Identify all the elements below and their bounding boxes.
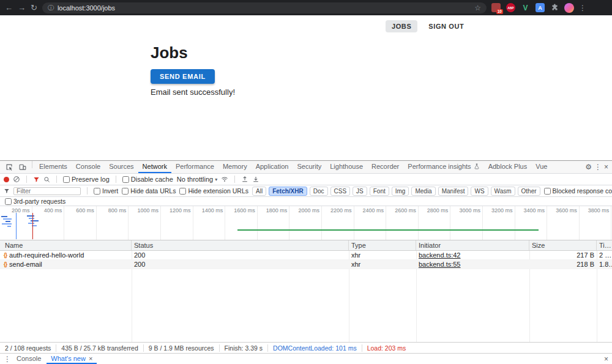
filter-pill-doc[interactable]: Doc	[310, 187, 328, 196]
drawer-tab-console[interactable]: Console	[12, 354, 45, 364]
preserve-log-checkbox[interactable]: Preserve log	[63, 176, 110, 183]
column-header-size[interactable]: Size	[529, 240, 597, 250]
requests-count: 2 / 108 requests	[0, 344, 56, 352]
request-row[interactable]: {} send-email 200 xhr backend.ts:55 218 …	[0, 260, 612, 269]
drawer-menu-icon[interactable]: ⋮	[4, 355, 11, 363]
filter-pill-css[interactable]: CSS	[330, 187, 351, 196]
invert-input[interactable]	[94, 188, 100, 195]
tab-vue[interactable]: Vue	[531, 161, 551, 173]
blocked-response-cookies-checkbox[interactable]: Blocked response cookies	[544, 187, 612, 195]
throttling-select[interactable]: No throttling ▾	[177, 176, 217, 183]
app-topnav: JOBS SIGN OUT	[386, 20, 464, 32]
hide-extension-urls-input[interactable]	[179, 188, 186, 195]
filter-icon-small	[4, 188, 10, 194]
hide-data-urls-checkbox[interactable]: Hide data URLs	[122, 187, 176, 195]
profile-avatar[interactable]	[564, 3, 574, 13]
dom-content-loaded-marker	[16, 213, 17, 239]
filter-pill-font[interactable]: Font	[370, 187, 389, 196]
network-filter-bar: Invert Hide data URLs Hide extension URL…	[0, 185, 612, 197]
disable-cache-checkbox[interactable]: Disable cache	[122, 176, 173, 183]
address-bar[interactable]: ⓘ localhost:3000/jobs ☆	[42, 2, 487, 13]
filter-pill-wasm[interactable]: Wasm	[491, 187, 515, 196]
column-header-initiator[interactable]: Initiator	[416, 240, 529, 250]
third-party-checkbox[interactable]: 3rd-party requests	[5, 198, 65, 205]
xhr-request-icon: {}	[4, 252, 7, 258]
reload-icon[interactable]: ↻	[31, 4, 37, 12]
sign-out-button[interactable]: SIGN OUT	[428, 23, 464, 30]
export-har-icon[interactable]	[252, 176, 259, 183]
column-header-time[interactable]: Ti…	[597, 240, 612, 250]
drawer-tab-whats-new[interactable]: What's new ×	[47, 354, 97, 364]
chevron-down-icon: ▾	[215, 177, 217, 182]
close-whats-new-icon[interactable]: ×	[89, 355, 92, 362]
abp-extension-icon[interactable]: ABP	[506, 3, 515, 12]
experiment-flask-icon	[474, 163, 480, 169]
drawer-close-icon[interactable]: ×	[604, 355, 608, 363]
long-request-bar	[237, 229, 539, 231]
disable-cache-input[interactable]	[122, 176, 129, 183]
network-conditions-icon[interactable]	[221, 176, 228, 183]
initiator-link[interactable]: backend.ts:55	[416, 261, 529, 268]
invert-checkbox[interactable]: Invert	[94, 187, 118, 195]
clear-network-log-icon[interactable]	[13, 176, 20, 183]
tab-performance-insights[interactable]: Performance insights	[403, 161, 483, 173]
browser-menu-icon[interactable]: ⋮	[579, 4, 586, 12]
tab-recorder[interactable]: Recorder	[367, 161, 403, 173]
preserve-log-input[interactable]	[63, 176, 70, 183]
filter-pill-img[interactable]: Img	[392, 187, 409, 196]
devtools-drawer: ⋮ Console What's new × ×	[0, 353, 612, 364]
translate-extension-icon[interactable]: A	[536, 3, 545, 12]
network-table-header: Name Status Type Initiator Size Ti…	[0, 240, 612, 251]
filter-funnel-icon[interactable]	[33, 176, 40, 183]
column-header-status[interactable]: Status	[132, 240, 349, 250]
filter-pill-other[interactable]: Other	[518, 187, 540, 196]
tab-console[interactable]: Console	[72, 161, 105, 173]
filter-pill-all[interactable]: All	[252, 187, 266, 196]
filter-pill-manifest[interactable]: Manifest	[438, 187, 469, 196]
bookmark-star-icon[interactable]: ☆	[474, 4, 481, 12]
url-text[interactable]: localhost:3000/jobs	[58, 4, 471, 12]
tab-lighthouse[interactable]: Lighthouse	[326, 161, 367, 173]
blocked-response-cookies-input[interactable]	[544, 188, 551, 195]
tab-application[interactable]: Application	[252, 161, 293, 173]
search-icon[interactable]	[43, 176, 50, 183]
filter-pill-fetch-xhr[interactable]: Fetch/XHR	[269, 187, 307, 196]
network-overview-timeline[interactable]: 200 ms 400 ms 600 ms 800 ms 1000 ms 1200…	[0, 206, 612, 240]
devtools-close-icon[interactable]: ×	[604, 163, 608, 171]
tab-security[interactable]: Security	[293, 161, 326, 173]
request-row[interactable]: {} auth-required-hello-world 200 xhr bac…	[0, 251, 612, 260]
column-header-type[interactable]: Type	[349, 240, 416, 250]
hide-data-urls-input[interactable]	[122, 188, 129, 195]
filter-pill-js[interactable]: JS	[353, 187, 367, 196]
import-har-icon[interactable]	[241, 176, 248, 183]
back-icon[interactable]: ←	[5, 4, 13, 12]
tab-memory[interactable]: Memory	[218, 161, 252, 173]
third-party-input[interactable]	[5, 198, 12, 205]
forward-icon[interactable]: →	[18, 4, 26, 12]
record-network-log-icon[interactable]	[4, 177, 9, 182]
devtools-menu-icon[interactable]: ⋮	[594, 163, 602, 171]
hide-extension-urls-checkbox[interactable]: Hide extension URLs	[179, 187, 248, 195]
filter-pill-media[interactable]: Media	[411, 187, 435, 196]
tab-elements[interactable]: Elements	[35, 161, 72, 173]
devtools-settings-gear-icon[interactable]: ⚙	[585, 163, 592, 171]
waterfall-bar	[28, 223, 34, 224]
waterfall-bar	[7, 226, 11, 227]
inspect-element-icon[interactable]	[2, 161, 16, 173]
initiator-link[interactable]: backend.ts:42	[416, 251, 529, 259]
filter-pill-ws[interactable]: WS	[471, 187, 488, 196]
tab-sources[interactable]: Sources	[105, 161, 138, 173]
column-header-name[interactable]: Name	[0, 240, 132, 250]
site-info-icon[interactable]: ⓘ	[48, 4, 54, 12]
send-email-button[interactable]: SEND EMAIL	[151, 69, 215, 84]
waterfall-bar	[3, 218, 12, 220]
adblocker-extension-icon[interactable]: 10	[491, 3, 501, 12]
device-toolbar-icon[interactable]	[16, 161, 29, 173]
vue-devtools-extension-icon[interactable]: V	[521, 3, 530, 12]
tab-adblock-plus[interactable]: Adblock Plus	[484, 161, 532, 173]
tab-network[interactable]: Network	[138, 161, 171, 173]
tab-performance[interactable]: Performance	[171, 161, 218, 173]
extensions-puzzle-icon[interactable]	[550, 3, 559, 12]
filter-input[interactable]	[13, 187, 81, 195]
jobs-nav-button[interactable]: JOBS	[386, 20, 417, 32]
